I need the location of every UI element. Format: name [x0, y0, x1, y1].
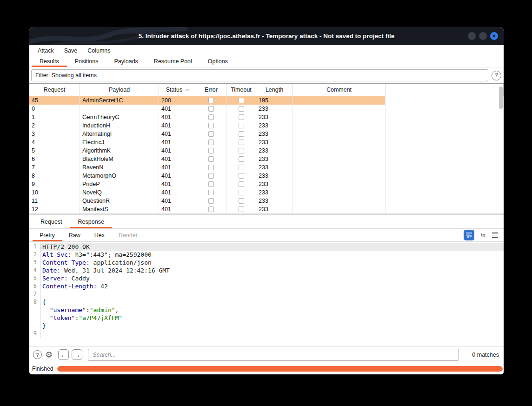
table-row[interactable]: 0401233 — [29, 105, 386, 113]
table-row[interactable]: 8MetamorphO401233 — [29, 172, 386, 180]
newline-icon[interactable]: \n — [481, 232, 485, 239]
minimize-button[interactable] — [468, 32, 476, 40]
code-line-text: Content-Length: 42 — [40, 282, 504, 290]
column-header-timeout[interactable]: Timeout — [226, 84, 256, 96]
error-checkbox[interactable] — [208, 131, 214, 137]
code-line: 1HTTP/2 200 OK — [29, 243, 504, 251]
table-scrollbar[interactable] — [499, 85, 503, 212]
table-row[interactable]: 6BlackHoleM401233 — [29, 155, 386, 163]
search-settings-gear-icon[interactable]: ⚙ — [45, 351, 53, 359]
error-checkbox[interactable] — [208, 98, 214, 103]
timeout-checkbox[interactable] — [239, 165, 244, 170]
timeout-checkbox[interactable] — [239, 131, 244, 137]
code-line: 6Content-Length: 42 — [29, 282, 504, 290]
error-checkbox[interactable] — [208, 198, 214, 204]
subtab-hex[interactable]: Hex — [87, 229, 112, 241]
column-header-request[interactable]: Request — [29, 84, 80, 96]
next-match-button[interactable]: → — [72, 349, 82, 360]
column-header-comment[interactable]: Comment — [293, 84, 386, 96]
subtab-pretty[interactable]: Pretty — [33, 229, 62, 241]
error-checkbox[interactable] — [208, 173, 214, 179]
table-row[interactable]: 2InductionH401233 — [29, 121, 386, 130]
timeout-checkbox[interactable] — [239, 198, 244, 204]
column-header-error[interactable]: Error — [196, 84, 226, 96]
menu-attack[interactable]: Attack — [33, 47, 59, 54]
tab-resource-pool[interactable]: Resource Pool — [146, 56, 200, 67]
table-row[interactable]: 7RavenN401233 — [29, 163, 386, 172]
scrollbar-thumb[interactable] — [499, 87, 503, 109]
cell-comment — [293, 96, 386, 105]
timeout-checkbox[interactable] — [239, 148, 244, 153]
code-line: 9 — [29, 330, 504, 338]
response-editor[interactable]: 1HTTP/2 200 OK2Alt-Svc: h3=":443"; ma=25… — [29, 242, 504, 346]
table-row[interactable]: 5AlgorithmK401233 — [29, 146, 386, 155]
error-checkbox[interactable] — [208, 156, 214, 162]
tab-request[interactable]: Request — [33, 215, 70, 228]
word-wrap-icon[interactable] — [464, 230, 474, 240]
error-checkbox[interactable] — [208, 140, 214, 145]
menu-save[interactable]: Save — [59, 47, 83, 54]
timeout-checkbox[interactable] — [239, 123, 244, 128]
column-header-status[interactable]: Status — [159, 84, 196, 96]
cell-payload: AdminSecret1C — [80, 96, 159, 105]
timeout-checkbox[interactable] — [239, 190, 244, 195]
tab-response[interactable]: Response — [70, 215, 112, 228]
timeout-checkbox[interactable] — [239, 140, 244, 145]
code-line: 7 — [29, 290, 504, 298]
table-row[interactable]: 4ElectricJ401233 — [29, 138, 386, 146]
table-row[interactable]: 11QuestionR401233 — [29, 197, 386, 205]
column-header-label: Timeout — [231, 87, 252, 93]
titlebar[interactable]: 5. Intruder attack of https://poc.athela… — [29, 27, 504, 45]
tab-options[interactable]: Options — [200, 56, 236, 67]
filter-help-icon[interactable]: ? — [492, 71, 501, 80]
table-row[interactable]: 9PrideP401233 — [29, 180, 386, 188]
close-button[interactable]: ✕ — [490, 32, 498, 40]
cell-status: 401 — [159, 138, 196, 146]
table-row[interactable]: 1GermTheoryG401233 — [29, 113, 386, 121]
menu-columns[interactable]: Columns — [82, 47, 115, 54]
timeout-checkbox[interactable] — [239, 114, 244, 120]
filter-bar[interactable]: Filter: Showing all items — [31, 69, 488, 81]
error-checkbox[interactable] — [208, 106, 214, 112]
editor-menu-icon[interactable] — [492, 233, 498, 238]
timeout-checkbox[interactable] — [239, 106, 244, 112]
table-row[interactable]: 12ManifestS401233 — [29, 205, 386, 213]
table-row[interactable]: 45AdminSecret1C200195 — [29, 96, 386, 105]
timeout-checkbox[interactable] — [239, 181, 244, 187]
table-row[interactable]: 10NovelQ401233 — [29, 188, 386, 197]
subtab-render[interactable]: Render — [112, 229, 145, 241]
search-help-icon[interactable]: ? — [33, 350, 42, 359]
subtab-raw[interactable]: Raw — [62, 229, 87, 241]
search-input[interactable] — [88, 349, 459, 361]
timeout-checkbox[interactable] — [239, 173, 244, 179]
filter-text: Filter: Showing all items — [35, 72, 97, 79]
error-checkbox[interactable] — [208, 148, 214, 153]
tab-positions[interactable]: Positions — [67, 56, 106, 67]
timeout-checkbox[interactable] — [239, 98, 244, 103]
column-header-length[interactable]: Length — [256, 84, 293, 96]
previous-match-button[interactable]: ← — [58, 349, 69, 360]
error-checkbox[interactable] — [208, 206, 214, 212]
error-checkbox[interactable] — [208, 114, 214, 120]
column-header-payload[interactable]: Payload — [80, 84, 159, 96]
error-checkbox[interactable] — [208, 190, 214, 195]
cell-request: 12 — [29, 205, 80, 213]
timeout-checkbox[interactable] — [239, 206, 244, 212]
column-header-label: Length — [266, 87, 283, 93]
error-checkbox[interactable] — [208, 165, 214, 170]
tab-results[interactable]: Results — [32, 56, 67, 67]
cell-length: 233 — [256, 105, 293, 113]
column-header-label: Error — [205, 87, 218, 93]
cell-request: 10 — [29, 188, 80, 197]
error-checkbox[interactable] — [208, 181, 214, 187]
code-line: 4Date: Wed, 31 Jul 2024 12:42:16 GMT — [29, 266, 504, 274]
cell-comment — [293, 130, 386, 138]
timeout-checkbox[interactable] — [239, 156, 244, 162]
maximize-button[interactable] — [479, 32, 487, 40]
tab-payloads[interactable]: Payloads — [106, 56, 146, 67]
editor-subtab-row: PrettyRawHexRender \n — [29, 229, 504, 242]
table-row[interactable]: 3AlternatingI401233 — [29, 130, 386, 138]
error-checkbox[interactable] — [208, 123, 214, 128]
cell-payload: MetamorphO — [80, 172, 159, 180]
cell-status: 401 — [159, 205, 196, 213]
